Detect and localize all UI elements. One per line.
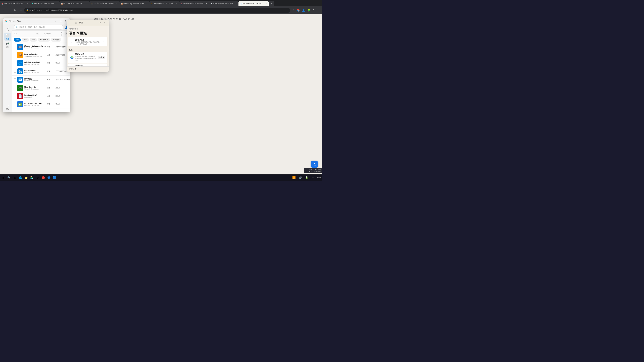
settings-minimize-button[interactable]: –	[93, 21, 98, 24]
tab-favicon: 📱	[151, 3, 153, 4]
clock[interactable]: 16:49	[316, 177, 321, 179]
item-checkbox[interactable]	[14, 87, 16, 89]
store-minimize-button[interactable]: –	[53, 19, 58, 23]
item-checkbox[interactable]	[14, 45, 16, 48]
filter-devices[interactable]: 设备附带	[51, 38, 62, 41]
explorer-taskbar-button[interactable]: 📁	[24, 175, 29, 180]
item-info: Windows Subsystem for Android™ wit... Mi…	[24, 45, 46, 49]
browser-tab-9[interactable]: 📄 Get Windows Subsystem fo... ×	[238, 1, 269, 6]
store-help-label: 帮助	[6, 108, 9, 110]
tab-close-button[interactable]: ×	[86, 2, 88, 5]
store-taskbar-button[interactable]: 🏪	[29, 175, 34, 180]
item-checkbox[interactable]	[14, 62, 16, 64]
tab-close-button[interactable]: ×	[146, 2, 148, 5]
tab-close-button[interactable]: ×	[176, 2, 178, 5]
forward-button[interactable]: →	[7, 8, 12, 12]
language-info: 英语(美国) 语言包、文本到语言转换、语言识别、手写、基本输入法	[75, 38, 102, 45]
network-icon[interactable]: 📶	[291, 175, 297, 180]
format-info: 区域格式 Windows 和某些应用将根据区域格式设置日期和时间格式。	[75, 65, 87, 66]
tab-bar: 📚 中国大学MOOC(慕课)_国家... × 🧪 有机化学AI，中国大学MO..…	[0, 0, 322, 6]
address-bar[interactable]: 🔒 https://bbs.pcbeta.com/viewthread-1908…	[24, 8, 290, 13]
item-icon: 📦	[17, 52, 23, 58]
collections-icon[interactable]: 📚	[296, 8, 300, 12]
settings-close-button[interactable]: ✕	[103, 21, 107, 24]
refresh-button[interactable]: ↻	[13, 8, 18, 12]
browser-tab-3[interactable]: 🪟 Microsoft 帐户｜你的个人主... ×	[59, 1, 90, 6]
browser-tab-2[interactable]: 🧪 有机化学AI，中国大学MO... ×	[30, 1, 59, 6]
back-button[interactable]: ←	[1, 8, 6, 12]
start-button[interactable]: ⊞	[1, 175, 6, 180]
settings-region-row[interactable]: 🌍 国家或地区 Windows 和应用可能会根据你所在的国家或地区向你提供本地内…	[68, 52, 107, 63]
net-speeds: 12.2 KB/s 11.6 KB/s	[306, 169, 312, 173]
browser-tab-8[interactable]: ☁️ WSA_免费高速下载百度网... ×	[209, 1, 239, 6]
item-checkbox[interactable]	[14, 95, 16, 97]
language-desc: 语言包、文本到语言转换、语言识别、手写、基本输入法	[75, 41, 102, 45]
tab-close-button[interactable]: ×	[56, 2, 58, 5]
item-publisher: Microsoft Corporation	[24, 80, 46, 82]
favorites-icon[interactable]: ☆	[291, 8, 296, 12]
ime-icon[interactable]: 中	[310, 175, 316, 180]
app2-taskbar[interactable]: 💙	[46, 175, 52, 180]
tab-close-button[interactable]: ×	[235, 2, 237, 5]
extensions-icon[interactable]: 🧩	[306, 8, 310, 12]
tab-close-button[interactable]: ×	[205, 2, 208, 5]
filter-bar: 全部 应用 游戏 电影和电视 设备附带	[12, 37, 70, 43]
filter-games[interactable]: 游戏	[30, 38, 37, 41]
settings-related-label: 相关设置	[67, 66, 109, 72]
store-nav-home[interactable]: ⌂ 主页	[4, 25, 12, 32]
filter-apps[interactable]: 应用	[22, 38, 29, 41]
browser-tab-1[interactable]: 📚 中国大学MOOC(慕课)_国家... ×	[0, 1, 30, 6]
browser-tab-5[interactable]: 🪟 Announcing Windows 11 In... ×	[119, 1, 150, 6]
search-taskbar-button[interactable]: 🔍	[6, 175, 12, 180]
region-dropdown[interactable]: 美国 ▾	[98, 56, 105, 59]
app1-icon: 🔴	[42, 176, 45, 179]
breadcrumb-parent[interactable]: 时间和语言	[69, 27, 78, 30]
item-name: Xbox Game Bar	[24, 86, 46, 88]
taskview-button[interactable]: ⧉	[12, 175, 18, 180]
filter-all[interactable]: 全部	[14, 38, 21, 41]
language-more-button[interactable]: ⋯	[103, 40, 105, 43]
settings-format-row[interactable]: 📅 区域格式 Windows 和某些应用将根据区域格式设置日期和时间格式。 中文…	[68, 63, 107, 66]
tab-close-button[interactable]: ×	[116, 2, 118, 5]
settings-taskbar-button[interactable]: ⚙	[35, 175, 40, 180]
sound-icon[interactable]: 🔊	[298, 175, 303, 180]
app1-taskbar[interactable]: 🔴	[40, 175, 46, 180]
settings-maximize-button[interactable]: □	[98, 21, 102, 24]
tab-close-button[interactable]: ×	[26, 2, 29, 5]
item-name: Microsoft To Do: Lists, Tasks & Remin...	[24, 102, 46, 105]
store-search-input[interactable]: 🔍 搜索应用、游戏、电影、设备等	[14, 25, 64, 29]
browser-tab-4[interactable]: 📱 dev通道安装WSA（安卓子... ×	[90, 1, 119, 6]
item-checkbox[interactable]	[14, 103, 16, 105]
tab-close-button[interactable]: ×	[265, 2, 267, 5]
edge-taskbar-button[interactable]: 🌐	[18, 175, 23, 180]
settings-breadcrumb: 时间和语言 ›	[67, 26, 109, 31]
new-tab-button[interactable]: +	[269, 1, 274, 6]
home-button[interactable]: ⌂	[18, 8, 23, 12]
more-icon[interactable]: …	[316, 8, 321, 12]
store-nav-apps[interactable]: ⬜ 应用	[4, 33, 12, 40]
store-nav-help[interactable]: ? 帮助	[4, 104, 12, 111]
settings-menu-button[interactable]: ☰	[74, 21, 78, 25]
tab-favicon: 🪟	[120, 3, 122, 4]
settings-language-row[interactable]: ⋮⋮ 英语(美国) 语言包、文本到语言转换、语言识别、手写、基本输入法 ⋯	[68, 37, 107, 46]
settings-back-button[interactable]: ←	[68, 21, 72, 25]
settings-icon[interactable]: ⚙	[311, 8, 316, 12]
filter-movies[interactable]: 电影和电视	[38, 38, 50, 41]
browser-tab-6[interactable]: 📱 1beta突破更新，Android米... ×	[150, 1, 179, 6]
browser-tab-7[interactable]: 📱 dev通道安装WSA（安卓子... ×	[179, 1, 209, 6]
store-main-area: 🔍 搜索应用、游戏、电影、设备等 👤 应用 类型 更新时间 更新 按日期排序	[12, 24, 70, 112]
account-icon[interactable]: 👤	[301, 8, 306, 12]
item-checkbox[interactable]	[14, 78, 16, 81]
store-nav-games[interactable]: 🎮 游戏	[4, 41, 12, 49]
battery-icon[interactable]: 🔋	[304, 175, 310, 180]
store-maximize-button[interactable]: □	[58, 19, 63, 23]
settings-page-title: 语言 & 区域	[67, 31, 109, 37]
store-item: ✅ Microsoft To Do: Lists, Tasks & Remin.…	[12, 100, 70, 108]
item-checkbox[interactable]	[14, 70, 16, 72]
tab-title: dev通道安装WSA（安卓子...	[94, 2, 115, 5]
globe-icon: 🌍	[70, 56, 74, 59]
settings-title: 设置	[79, 21, 92, 24]
app3-taskbar[interactable]: 🟦	[52, 175, 57, 180]
top-button[interactable]: ▲ Top	[311, 161, 318, 168]
item-checkbox[interactable]	[14, 54, 16, 56]
